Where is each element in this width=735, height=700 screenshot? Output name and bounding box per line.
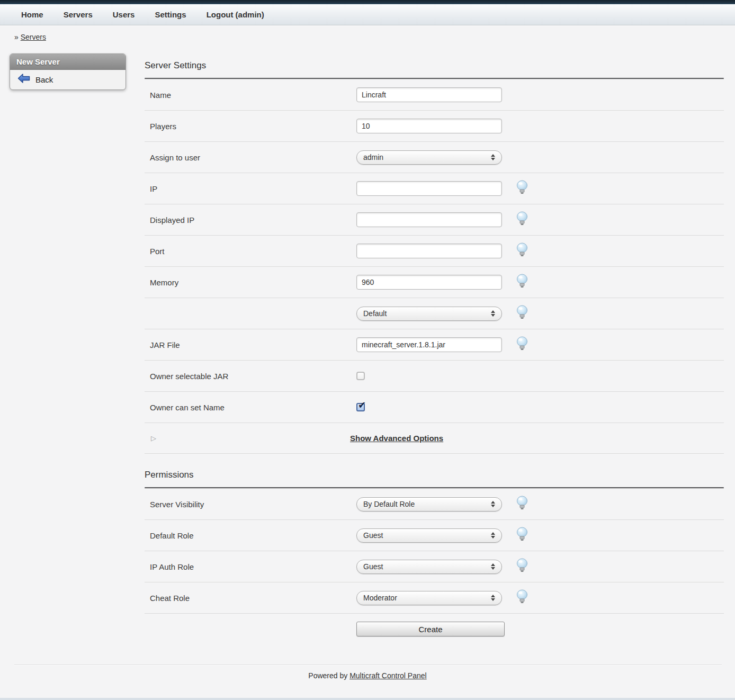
row-memory: Memory xyxy=(145,266,724,298)
select-arrows-icon xyxy=(491,595,495,601)
back-arrow-icon xyxy=(17,74,35,85)
memory-help-bulb-icon[interactable] xyxy=(516,274,528,291)
default-role-value: Guest xyxy=(363,531,491,540)
row-cheat-role: Cheat Role Moderator xyxy=(145,582,724,613)
cheat-role-select[interactable]: Moderator xyxy=(356,591,502,605)
main-navbar: Home Servers Users Settings Logout (admi… xyxy=(0,4,735,25)
owner-can-set-name-label: Owner can set Name xyxy=(145,403,356,412)
nav-users[interactable]: Users xyxy=(113,10,135,19)
row-default-role: Default Role Guest xyxy=(145,519,724,551)
nav-home[interactable]: Home xyxy=(21,10,43,19)
row-owner-can-set-name: Owner can set Name ✔ xyxy=(145,391,724,423)
ip-help-bulb-icon[interactable] xyxy=(516,180,528,197)
row-ip-auth-role: IP Auth Role Guest xyxy=(145,551,724,582)
server-settings-title: Server Settings xyxy=(145,60,724,78)
row-server-visibility: Server Visibility By Default Role xyxy=(145,488,724,519)
owner-can-set-name-checkbox[interactable]: ✔ xyxy=(356,403,365,411)
row-jar-file: JAR File xyxy=(145,329,724,360)
players-label: Players xyxy=(145,122,356,131)
panel-title: New Server xyxy=(10,54,126,70)
memory-input[interactable] xyxy=(356,275,502,290)
nav-servers[interactable]: Servers xyxy=(64,10,93,19)
server-visibility-help-bulb-icon[interactable] xyxy=(516,496,528,513)
default-select[interactable]: Default xyxy=(356,307,502,321)
displayed-ip-input[interactable] xyxy=(356,212,502,227)
jar-file-input[interactable] xyxy=(356,337,502,352)
footer: Powered by Multicraft Control Panel xyxy=(0,671,735,680)
row-displayed-ip: Displayed IP xyxy=(145,204,724,235)
owner-selectable-jar-checkbox[interactable] xyxy=(356,372,365,380)
server-visibility-label: Server Visibility xyxy=(145,500,356,509)
displayed-ip-help-bulb-icon[interactable] xyxy=(516,211,528,228)
row-create: Create xyxy=(145,613,724,644)
disclosure-triangle-icon[interactable]: ▷ xyxy=(145,434,350,442)
name-label: Name xyxy=(145,91,356,100)
breadcrumb: » Servers xyxy=(14,33,735,43)
breadcrumb-servers-link[interactable]: Servers xyxy=(21,33,46,41)
ip-auth-role-help-bulb-icon[interactable] xyxy=(516,558,528,575)
show-advanced-options-link[interactable]: Show Advanced Options xyxy=(350,434,443,443)
nav-settings[interactable]: Settings xyxy=(155,10,186,19)
memory-label: Memory xyxy=(145,278,356,287)
owner-selectable-jar-label: Owner selectable JAR xyxy=(145,372,356,381)
new-server-panel: New Server Back xyxy=(10,53,126,90)
default-role-label: Default Role xyxy=(145,531,356,540)
default-role-select[interactable]: Guest xyxy=(356,528,502,543)
footer-multicraft-link[interactable]: Multicraft Control Panel xyxy=(349,671,427,680)
bottom-strip xyxy=(0,698,735,700)
default-select-help-bulb-icon[interactable] xyxy=(516,305,528,322)
server-visibility-select[interactable]: By Default Role xyxy=(356,497,502,511)
name-input[interactable] xyxy=(356,87,502,102)
select-arrows-icon xyxy=(491,501,495,507)
ip-auth-role-value: Guest xyxy=(363,562,491,571)
create-button[interactable]: Create xyxy=(356,622,505,636)
top-navy-strip xyxy=(0,0,735,4)
jar-file-label: JAR File xyxy=(145,340,356,349)
row-default-select: Default xyxy=(145,298,724,329)
displayed-ip-label: Displayed IP xyxy=(145,216,356,225)
row-port: Port xyxy=(145,235,724,266)
select-arrows-icon xyxy=(491,310,495,317)
footer-divider xyxy=(14,665,722,665)
cheat-role-value: Moderator xyxy=(363,594,491,602)
main-content: Server Settings Name Players Assign to u… xyxy=(145,43,724,644)
ip-auth-role-label: IP Auth Role xyxy=(145,562,356,571)
ip-label: IP xyxy=(145,184,356,193)
breadcrumb-arrows: » xyxy=(14,33,19,41)
row-ip: IP xyxy=(145,173,724,204)
select-arrows-icon xyxy=(491,563,495,570)
permissions-title: Permissions xyxy=(145,470,724,487)
port-input[interactable] xyxy=(356,244,502,258)
assign-to-user-label: Assign to user xyxy=(145,153,356,162)
cheat-role-help-bulb-icon[interactable] xyxy=(516,589,528,606)
assign-to-user-value: admin xyxy=(363,153,491,161)
port-help-bulb-icon[interactable] xyxy=(516,243,528,259)
select-arrows-icon xyxy=(491,154,495,160)
checkmark-icon: ✔ xyxy=(358,400,366,410)
port-label: Port xyxy=(145,247,356,256)
ip-input[interactable] xyxy=(356,181,502,196)
default-select-value: Default xyxy=(363,309,491,318)
row-assign-to-user: Assign to user admin xyxy=(145,141,724,173)
nav-logout[interactable]: Logout (admin) xyxy=(207,10,264,19)
select-arrows-icon xyxy=(491,532,495,539)
row-name: Name xyxy=(145,79,724,110)
cheat-role-label: Cheat Role xyxy=(145,594,356,603)
footer-powered-by-text: Powered by xyxy=(308,671,347,680)
back-button[interactable]: Back xyxy=(17,74,120,85)
row-advanced-options: ▷ Show Advanced Options xyxy=(145,423,724,454)
jar-file-help-bulb-icon[interactable] xyxy=(516,336,528,353)
sidebar: New Server Back xyxy=(0,43,145,90)
row-owner-selectable-jar: Owner selectable JAR xyxy=(145,360,724,391)
back-label: Back xyxy=(35,75,53,84)
players-input[interactable] xyxy=(356,119,502,133)
row-players: Players xyxy=(145,110,724,141)
ip-auth-role-select[interactable]: Guest xyxy=(356,560,502,574)
server-visibility-value: By Default Role xyxy=(363,500,491,508)
default-role-help-bulb-icon[interactable] xyxy=(516,527,528,544)
assign-to-user-select[interactable]: admin xyxy=(356,150,502,165)
